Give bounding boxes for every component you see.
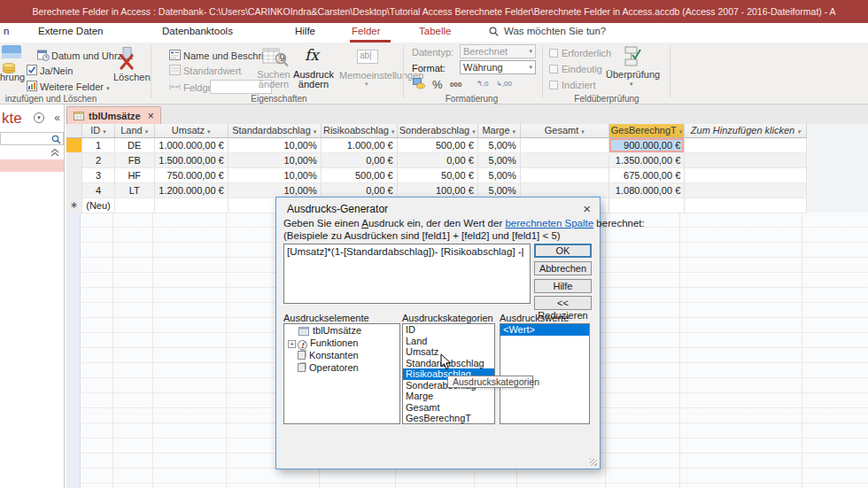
tell-me-search[interactable]: Was möchten Sie tun? [489, 26, 606, 36]
reduce-button[interactable]: << Reduzieren [534, 296, 592, 310]
cell[interactable] [520, 167, 608, 182]
resize-grip[interactable] [590, 459, 597, 466]
cell[interactable]: 0,00 € [397, 152, 477, 167]
yes-no-button[interactable]: Ja/Nein [40, 66, 73, 76]
close-tab-icon[interactable]: × [148, 110, 154, 122]
cell[interactable] [685, 152, 807, 167]
cell[interactable]: HF [114, 167, 154, 182]
increase-decimals-button[interactable]: ↰,0 [477, 80, 488, 88]
cell[interactable] [520, 182, 608, 198]
cell[interactable]: 1.080.000,00 € [608, 182, 685, 198]
validation-button[interactable]: Überprüfung [606, 69, 660, 80]
cell[interactable]: 675.000,00 € [608, 167, 685, 182]
tab-partial[interactable]: n [4, 26, 9, 36]
ok-button[interactable]: OK [534, 244, 592, 258]
filter-arrow-icon[interactable]: ▾ [145, 128, 149, 135]
new-record-label[interactable]: (Neu) [82, 198, 115, 213]
cell[interactable]: 5,00% [477, 182, 520, 198]
delete-button[interactable]: Löschen [113, 72, 151, 82]
new-record-selector[interactable]: ∗ [66, 198, 82, 213]
expand-icon[interactable]: + [288, 340, 296, 348]
tab-hilfe[interactable]: Hilfe [295, 26, 315, 36]
cell[interactable] [520, 137, 608, 152]
cell[interactable]: 10,00% [228, 167, 321, 182]
column-header-umsatz[interactable]: Umsatz▾ [154, 124, 228, 137]
decrease-decimals-button[interactable]: ↳,00 [496, 80, 512, 88]
currency-button[interactable]: hrung [0, 72, 25, 82]
expression-values-list[interactable]: <Wert> [500, 323, 590, 424]
cell[interactable]: 1 [82, 137, 115, 152]
cell[interactable]: 750.000,00 € [154, 167, 228, 182]
filter-arrow-icon[interactable]: ▾ [797, 128, 801, 135]
cell[interactable]: 5,00% [477, 137, 520, 152]
filter-arrow-icon[interactable]: ▾ [207, 128, 211, 135]
cell[interactable] [608, 198, 685, 213]
indexed-checkbox[interactable]: Indiziert [549, 80, 596, 90]
cell[interactable]: 5,00% [477, 167, 520, 182]
category-item[interactable]: Land [403, 336, 494, 347]
tab-datenbanktools[interactable]: Datenbanktools [162, 26, 233, 36]
tree-item-constants[interactable]: Konstanten [284, 349, 399, 361]
cell[interactable]: 50,00 € [397, 167, 477, 182]
cell[interactable]: DE [114, 137, 154, 152]
record-selector[interactable] [66, 182, 82, 198]
cell[interactable] [520, 152, 608, 167]
cell[interactable]: 10,00% [228, 152, 321, 167]
filter-arrow-icon[interactable]: ▾ [472, 128, 476, 135]
column-header-land[interactable]: Land▾ [114, 124, 154, 137]
filter-arrow-icon[interactable]: ▾ [679, 128, 683, 135]
record-selector[interactable] [66, 167, 82, 182]
percent-format-button[interactable]: % [432, 78, 443, 91]
column-header-marge[interactable]: Marge▾ [477, 124, 520, 137]
nav-pane-menu-icon[interactable]: ▼ [34, 112, 44, 123]
select-all-corner[interactable] [66, 124, 82, 137]
tab-felder-active[interactable]: Felder [352, 26, 381, 36]
cell[interactable]: 1.200.000,00 € [154, 182, 228, 198]
tree-item-table[interactable]: tblUmsätze [284, 324, 399, 337]
filter-arrow-icon[interactable]: ▾ [391, 128, 395, 135]
close-icon[interactable]: × [583, 201, 591, 216]
cell[interactable]: 4 [82, 182, 115, 198]
category-item[interactable]: Marge [403, 391, 494, 402]
filter-arrow-icon[interactable]: ▾ [314, 128, 317, 135]
tree-item-functions[interactable]: +fFunktionen [284, 337, 399, 349]
cell[interactable]: 500,00 € [397, 137, 477, 152]
cell[interactable] [114, 198, 154, 213]
more-fields-button[interactable]: Weitere Felder ▾ [40, 81, 110, 92]
cell[interactable]: 1.000,00 € [321, 137, 397, 152]
cell[interactable]: 10,00% [228, 182, 321, 198]
calculated-column-link[interactable]: berechneten Spalte [505, 218, 593, 229]
modify-expression-button[interactable]: Ausdruckändern [293, 70, 334, 89]
datatype-select[interactable]: Berechnet▾ [460, 44, 536, 58]
cell[interactable] [685, 137, 807, 152]
cell[interactable]: 1.000.000,00 € [154, 137, 228, 152]
format-select[interactable]: Währung▾ [460, 60, 536, 74]
collapse-all-icon[interactable] [50, 148, 59, 157]
cell[interactable]: 0,00 € [321, 152, 397, 167]
nav-search-input[interactable] [0, 132, 64, 145]
tree-item-operators[interactable]: Operatoren [284, 361, 399, 374]
category-item[interactable]: GesBerechngT [403, 413, 494, 424]
cell[interactable] [685, 182, 807, 198]
record-selector-current[interactable] [66, 137, 82, 152]
nav-selected-item[interactable] [0, 159, 64, 172]
column-header-id[interactable]: ID▾ [82, 124, 115, 137]
document-tab-tblumsaetze[interactable]: tblUmsätze× [66, 106, 161, 124]
cell[interactable]: 500,00 € [321, 167, 397, 182]
expression-categories-list[interactable]: ID Land Umsatz Standardabschlag Risikoab… [402, 323, 495, 424]
record-selector[interactable] [66, 152, 82, 167]
cell[interactable]: FB [114, 152, 154, 167]
unique-checkbox[interactable]: Eindeutig [549, 64, 602, 74]
cell[interactable]: 5,00% [477, 152, 520, 167]
cancel-button[interactable]: Abbrechen [534, 261, 592, 275]
cell[interactable]: 100,00 € [397, 182, 477, 198]
column-header-gesberechngt[interactable]: GesBerechngT▾ [608, 124, 685, 137]
cell[interactable]: 3 [82, 167, 115, 182]
thousands-format-button[interactable]: 000 [450, 81, 461, 89]
cell[interactable]: 1.350.000,00 € [608, 152, 685, 167]
cell[interactable]: 10,00% [228, 137, 321, 152]
filter-arrow-icon[interactable]: ▾ [513, 128, 516, 135]
expression-elements-tree[interactable]: tblUmsätze +fFunktionen Konstanten Opera… [283, 323, 400, 424]
filter-arrow-icon[interactable]: ▾ [103, 128, 106, 135]
required-checkbox[interactable]: Erforderlich [549, 48, 611, 58]
